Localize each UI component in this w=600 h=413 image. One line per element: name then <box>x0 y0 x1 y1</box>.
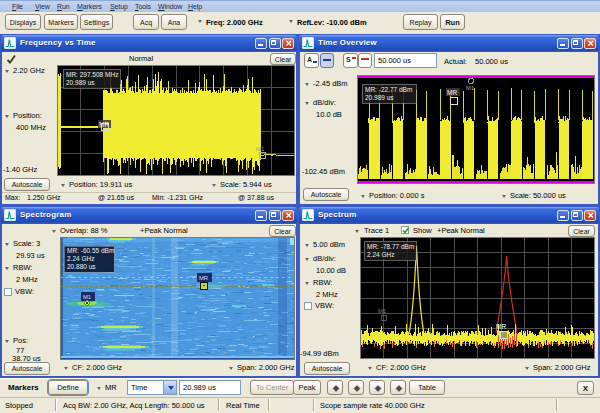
svg-text:20.989 us: 20.989 us <box>66 79 95 86</box>
svg-text:2.24 GHz: 2.24 GHz <box>367 251 394 258</box>
svg-text:M1: M1 <box>466 85 475 91</box>
svg-text:M1: M1 <box>378 308 387 314</box>
svg-text:MR: -78.77 dBm: MR: -78.77 dBm <box>367 243 414 250</box>
svg-text:M1: M1 <box>83 294 91 300</box>
svg-text:MR: -22.77 dBm: MR: -22.77 dBm <box>365 86 412 93</box>
svg-text:MR: MR <box>447 89 457 96</box>
svg-text:MR: MR <box>496 323 506 330</box>
svg-text:2.24 GHz: 2.24 GHz <box>67 255 94 262</box>
svg-text:MR: 297.508 MHz: MR: 297.508 MHz <box>66 71 118 78</box>
svg-text:20.880 us: 20.880 us <box>67 263 96 270</box>
svg-text:MR: MR <box>199 275 208 281</box>
svg-text:M1: M1 <box>256 146 265 152</box>
svg-text:MR: -60.55 dBm: MR: -60.55 dBm <box>67 247 114 254</box>
svg-text:20.989 us: 20.989 us <box>365 94 394 101</box>
